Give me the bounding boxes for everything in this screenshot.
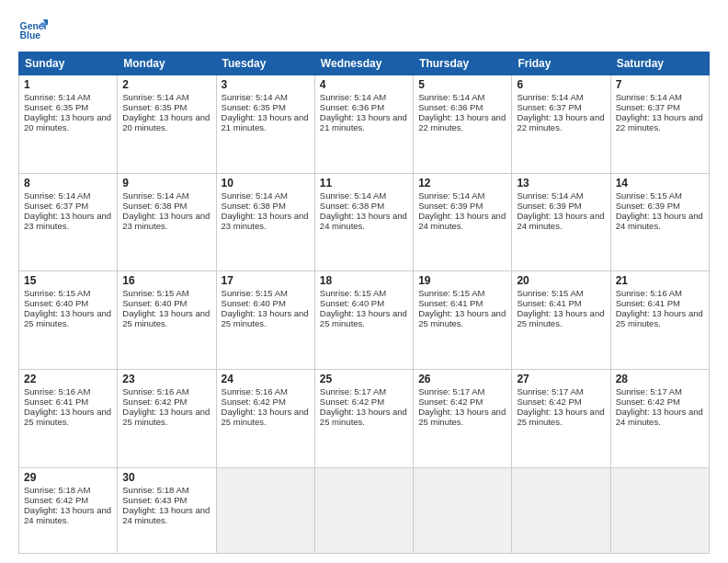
- sunrise-label: Sunrise: 5:15 AM: [222, 288, 288, 298]
- day-cell-3: 3Sunrise: 5:14 AMSunset: 6:35 PMDaylight…: [216, 75, 314, 174]
- weekday-header-row: SundayMondayTuesdayWednesdayThursdayFrid…: [19, 52, 710, 75]
- page: General Blue SundayMondayTuesdayWednesda…: [0, 0, 728, 563]
- daylight-label: Daylight: 13 hours and 22 minutes.: [418, 112, 506, 132]
- sunset-label: Sunset: 6:42 PM: [122, 396, 187, 407]
- day-cell-20: 20Sunrise: 5:15 AMSunset: 6:41 PMDayligh…: [512, 271, 610, 370]
- day-cell-19: 19Sunrise: 5:15 AMSunset: 6:41 PMDayligh…: [414, 271, 512, 370]
- day-number: 2: [122, 78, 210, 91]
- daylight-label: Daylight: 13 hours and 20 minutes.: [24, 112, 111, 132]
- daylight-label: Daylight: 13 hours and 25 minutes.: [24, 407, 111, 427]
- day-number: 4: [320, 78, 408, 91]
- day-number: 24: [222, 373, 310, 385]
- daylight-label: Daylight: 13 hours and 24 minutes.: [616, 211, 703, 231]
- day-cell-17: 17Sunrise: 5:15 AMSunset: 6:40 PMDayligh…: [216, 271, 314, 370]
- sunset-label: Sunset: 6:39 PM: [418, 201, 483, 211]
- sunrise-label: Sunrise: 5:15 AM: [24, 288, 90, 298]
- sunrise-label: Sunrise: 5:14 AM: [222, 190, 288, 201]
- daylight-label: Daylight: 13 hours and 25 minutes.: [24, 308, 111, 328]
- svg-text:Blue: Blue: [20, 30, 41, 40]
- sunrise-label: Sunrise: 5:14 AM: [616, 92, 682, 102]
- sunset-label: Sunset: 6:37 PM: [24, 201, 88, 211]
- week-row-1: 1Sunrise: 5:14 AMSunset: 6:35 PMDaylight…: [19, 75, 710, 174]
- daylight-label: Daylight: 13 hours and 24 minutes.: [24, 505, 111, 525]
- day-number: 28: [616, 373, 704, 385]
- sunrise-label: Sunrise: 5:17 AM: [616, 386, 682, 396]
- daylight-label: Daylight: 13 hours and 24 minutes.: [320, 211, 407, 231]
- daylight-label: Daylight: 13 hours and 23 minutes.: [122, 211, 210, 231]
- daylight-label: Daylight: 13 hours and 22 minutes.: [616, 112, 703, 132]
- day-number: 22: [24, 373, 112, 385]
- day-number: 5: [418, 78, 506, 91]
- day-cell-6: 6Sunrise: 5:14 AMSunset: 6:37 PMDaylight…: [512, 75, 610, 174]
- sunset-label: Sunset: 6:40 PM: [24, 298, 88, 308]
- empty-cell: [216, 467, 314, 553]
- day-number: 12: [418, 177, 506, 190]
- day-cell-25: 25Sunrise: 5:17 AMSunset: 6:42 PMDayligh…: [314, 369, 413, 467]
- day-cell-7: 7Sunrise: 5:14 AMSunset: 6:37 PMDaylight…: [610, 75, 709, 174]
- day-number: 16: [122, 274, 210, 287]
- daylight-label: Daylight: 13 hours and 21 minutes.: [320, 112, 407, 132]
- daylight-label: Daylight: 13 hours and 22 minutes.: [517, 112, 604, 132]
- day-number: 7: [616, 78, 704, 91]
- daylight-label: Daylight: 13 hours and 25 minutes.: [517, 407, 604, 427]
- sunrise-label: Sunrise: 5:15 AM: [418, 288, 484, 298]
- sunrise-label: Sunrise: 5:15 AM: [517, 288, 583, 298]
- day-number: 21: [616, 274, 704, 287]
- sunset-label: Sunset: 6:36 PM: [418, 102, 483, 112]
- day-number: 18: [320, 274, 408, 287]
- daylight-label: Daylight: 13 hours and 20 minutes.: [122, 112, 210, 132]
- sunset-label: Sunset: 6:42 PM: [320, 396, 384, 407]
- sunrise-label: Sunrise: 5:14 AM: [517, 190, 583, 201]
- empty-cell: [610, 467, 709, 553]
- weekday-header-wednesday: Wednesday: [314, 52, 413, 75]
- day-number: 3: [222, 78, 310, 91]
- day-cell-13: 13Sunrise: 5:14 AMSunset: 6:39 PMDayligh…: [512, 173, 610, 271]
- sunrise-label: Sunrise: 5:14 AM: [517, 92, 583, 102]
- logo-icon: General Blue: [18, 17, 48, 46]
- day-cell-18: 18Sunrise: 5:15 AMSunset: 6:40 PMDayligh…: [314, 271, 413, 370]
- top-section: General Blue: [18, 17, 710, 46]
- daylight-label: Daylight: 13 hours and 25 minutes.: [320, 407, 407, 427]
- sunrise-label: Sunrise: 5:14 AM: [24, 190, 90, 201]
- day-number: 1: [24, 78, 112, 91]
- daylight-label: Daylight: 13 hours and 25 minutes.: [122, 407, 210, 427]
- day-cell-26: 26Sunrise: 5:17 AMSunset: 6:42 PMDayligh…: [414, 369, 512, 467]
- sunrise-label: Sunrise: 5:18 AM: [24, 485, 90, 495]
- sunset-label: Sunset: 6:42 PM: [517, 396, 581, 407]
- sunset-label: Sunset: 6:38 PM: [122, 201, 187, 211]
- calendar-table: SundayMondayTuesdayWednesdayThursdayFrid…: [18, 52, 710, 554]
- day-cell-30: 30Sunrise: 5:18 AMSunset: 6:43 PMDayligh…: [118, 467, 216, 553]
- daylight-label: Daylight: 13 hours and 25 minutes.: [122, 308, 210, 328]
- sunrise-label: Sunrise: 5:16 AM: [24, 386, 90, 396]
- weekday-header-sunday: Sunday: [19, 52, 118, 75]
- sunrise-label: Sunrise: 5:14 AM: [24, 92, 90, 102]
- day-cell-29: 29Sunrise: 5:18 AMSunset: 6:42 PMDayligh…: [19, 467, 118, 553]
- day-cell-24: 24Sunrise: 5:16 AMSunset: 6:42 PMDayligh…: [216, 369, 314, 467]
- day-cell-15: 15Sunrise: 5:15 AMSunset: 6:40 PMDayligh…: [19, 271, 118, 370]
- daylight-label: Daylight: 13 hours and 25 minutes.: [222, 407, 309, 427]
- day-number: 26: [418, 373, 506, 385]
- sunrise-label: Sunrise: 5:14 AM: [122, 92, 188, 102]
- day-number: 9: [122, 177, 210, 190]
- day-cell-22: 22Sunrise: 5:16 AMSunset: 6:41 PMDayligh…: [19, 369, 118, 467]
- sunrise-label: Sunrise: 5:16 AM: [222, 386, 288, 396]
- day-cell-12: 12Sunrise: 5:14 AMSunset: 6:39 PMDayligh…: [414, 173, 512, 271]
- day-cell-14: 14Sunrise: 5:15 AMSunset: 6:39 PMDayligh…: [610, 173, 709, 271]
- sunrise-label: Sunrise: 5:15 AM: [122, 288, 188, 298]
- daylight-label: Daylight: 13 hours and 24 minutes.: [616, 407, 703, 427]
- day-cell-28: 28Sunrise: 5:17 AMSunset: 6:42 PMDayligh…: [610, 369, 709, 467]
- sunset-label: Sunset: 6:41 PM: [616, 298, 680, 308]
- day-cell-11: 11Sunrise: 5:14 AMSunset: 6:38 PMDayligh…: [314, 173, 413, 271]
- sunset-label: Sunset: 6:43 PM: [122, 495, 187, 505]
- daylight-label: Daylight: 13 hours and 25 minutes.: [320, 308, 407, 328]
- daylight-label: Daylight: 13 hours and 24 minutes.: [418, 211, 506, 231]
- day-number: 19: [418, 274, 506, 287]
- sunrise-label: Sunrise: 5:14 AM: [320, 92, 386, 102]
- sunset-label: Sunset: 6:42 PM: [418, 396, 483, 407]
- day-number: 17: [222, 274, 310, 287]
- sunrise-label: Sunrise: 5:16 AM: [616, 288, 682, 298]
- sunrise-label: Sunrise: 5:14 AM: [418, 92, 484, 102]
- sunset-label: Sunset: 6:37 PM: [517, 102, 581, 112]
- sunset-label: Sunset: 6:37 PM: [616, 102, 680, 112]
- day-number: 13: [517, 177, 605, 190]
